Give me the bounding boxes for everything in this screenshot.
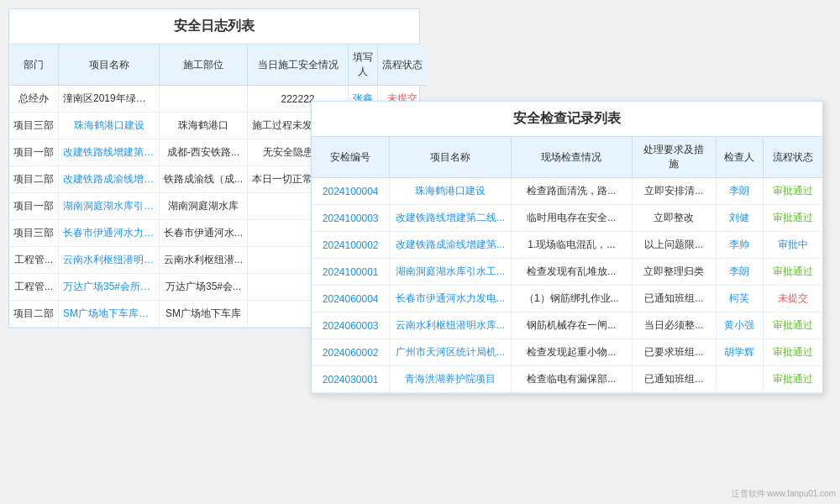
table-cell: 项目三部 (9, 220, 59, 247)
table-cell: 已要求班组... (632, 339, 716, 366)
table-cell[interactable]: 2024060004 (312, 286, 390, 312)
table-cell[interactable]: 改建铁路线增建第二线... (390, 205, 511, 232)
left-panel-title: 安全日志列表 (9, 9, 419, 45)
table-cell: 长春市伊通河水... (160, 220, 248, 247)
table-cell[interactable]: 珠海鹤港口建设 (59, 113, 160, 139)
table-cell[interactable]: 2024100004 (312, 178, 390, 205)
table-cell: 1.现场临电混乱，... (511, 232, 632, 259)
table-cell[interactable]: 胡学辉 (716, 339, 764, 366)
table-cell: 立即整改 (632, 205, 716, 232)
table-cell[interactable]: 改建铁路线增建第二线直... (59, 139, 160, 166)
table-cell: 湖南洞庭湖水库 (160, 193, 248, 220)
table-cell: 项目三部 (9, 113, 59, 139)
table-cell[interactable]: 湖南洞庭湖水库引水工... (390, 259, 511, 286)
table-cell: 立即安排清... (632, 178, 716, 205)
table-cell: 立即整理归类 (632, 259, 716, 286)
table-cell: SM广场地下车库 (160, 301, 248, 328)
table-cell[interactable]: 李帅 (716, 232, 764, 259)
table-cell: 工程管... (9, 274, 59, 301)
right-table-body: 2024100004珠海鹤港口建设检查路面清洗，路...立即安排清...李朗审批… (312, 178, 822, 393)
table-cell[interactable]: 改建铁路成渝线增建第二... (59, 166, 160, 193)
col-writer: 填写人 (349, 45, 378, 86)
table-cell: 潼南区2019年绿化补贴项... (59, 86, 160, 113)
table-cell[interactable]: 2024100002 (312, 232, 390, 259)
table-cell: 珠海鹤港口 (160, 113, 248, 139)
table-cell: 以上问题限... (632, 232, 716, 259)
table-cell[interactable]: 青海洪湖养护院项目 (390, 366, 511, 393)
table-cell: 万达广场35#会... (160, 274, 248, 301)
table-cell[interactable]: 云南水利枢纽潜明水库一... (59, 247, 160, 274)
table-cell (160, 86, 248, 113)
table-cell[interactable]: 2024100003 (312, 205, 390, 232)
table-row: 2024060004长春市伊通河水力发电...（1）钢筋绑扎作业...已通知班组… (312, 286, 822, 312)
table-cell[interactable]: 珠海鹤港口建设 (390, 178, 511, 205)
col-status: 流程状态 (378, 45, 428, 86)
col-situation: 现场检查情况 (511, 137, 632, 178)
table-row: 2024100002改建铁路成渝线增建第...1.现场临电混乱，...以上问题限… (312, 232, 822, 259)
col-status: 流程状态 (764, 137, 822, 178)
right-table-header: 安检编号 项目名称 现场检查情况 处理要求及措施 检查人 流程状态 (312, 137, 822, 178)
table-cell: 检查发现起重小物... (511, 339, 632, 366)
table-row: 2024060002广州市天河区统计局机...检查发现起重小物...已要求班组.… (312, 339, 822, 366)
table-cell: 审批通过 (764, 259, 822, 286)
table-row: 2024100004珠海鹤港口建设检查路面清洗，路...立即安排清...李朗审批… (312, 178, 822, 205)
table-cell[interactable]: SM广场地下车库更换摄... (59, 301, 160, 328)
table-cell: 已通知班组... (632, 366, 716, 393)
table-cell: 临时用电存在安全... (511, 205, 632, 232)
col-project: 项目名称 (390, 137, 511, 178)
col-location: 施工部位 (160, 45, 248, 86)
col-measures: 处理要求及措施 (632, 137, 716, 178)
table-cell[interactable]: 李朗 (716, 178, 764, 205)
col-project: 项目名称 (59, 45, 160, 86)
table-cell[interactable]: 改建铁路成渝线增建第... (390, 232, 511, 259)
table-cell[interactable]: 万达广场35#会所及咖啡... (59, 274, 160, 301)
table-cell[interactable]: 柯芙 (716, 286, 764, 312)
table-cell[interactable]: 刘健 (716, 205, 764, 232)
table-cell: 检查路面清洗，路... (511, 178, 632, 205)
table-cell: 铁路成渝线（成... (160, 166, 248, 193)
col-situation: 当日施工安全情况 (248, 45, 349, 86)
table-cell: 工程管... (9, 247, 59, 274)
table-row: 2024100003改建铁路线增建第二线...临时用电存在安全...立即整改刘健… (312, 205, 822, 232)
left-table-header: 部门 项目名称 施工部位 当日施工安全情况 填写人 流程状态 (9, 45, 427, 86)
right-panel: 安全检查记录列表 安检编号 项目名称 现场检查情况 处理要求及措施 检查人 流程… (311, 101, 823, 394)
table-cell: 云南水利枢纽潜... (160, 247, 248, 274)
table-cell: （1）钢筋绑扎作业... (511, 286, 632, 312)
table-cell: 项目二部 (9, 166, 59, 193)
table-cell: 检查发现有乱堆放... (511, 259, 632, 286)
table-row: 2024100001湖南洞庭湖水库引水工...检查发现有乱堆放...立即整理归类… (312, 259, 822, 286)
table-cell: 未提交 (764, 286, 822, 312)
table-cell: 检查临电有漏保部... (511, 366, 632, 393)
table-cell: 审批通过 (764, 339, 822, 366)
table-cell: 项目一部 (9, 193, 59, 220)
table-cell[interactable]: 李朗 (716, 259, 764, 286)
table-cell (716, 366, 764, 393)
table-cell[interactable]: 湖南洞庭湖水库引水工程... (59, 193, 160, 220)
table-cell: 项目二部 (9, 301, 59, 328)
watermark: 泛普软件 www.fanpu01.com (732, 488, 837, 500)
table-row: 2024060003云南水利枢纽潜明水库...钢筋机械存在一闸...当日必须整.… (312, 312, 822, 339)
table-row: 2024030001青海洪湖养护院项目检查临电有漏保部...已通知班组...审批… (312, 366, 822, 393)
table-cell: 审批通过 (764, 312, 822, 339)
table-cell: 总经办 (9, 86, 59, 113)
table-cell[interactable]: 黄小强 (716, 312, 764, 339)
table-cell[interactable]: 长春市伊通河水力发电... (390, 286, 511, 312)
table-cell: 项目一部 (9, 139, 59, 166)
table-cell: 已通知班组... (632, 286, 716, 312)
table-cell: 当日必须整... (632, 312, 716, 339)
table-cell[interactable]: 2024030001 (312, 366, 390, 393)
table-cell[interactable]: 广州市天河区统计局机... (390, 339, 511, 366)
table-cell[interactable]: 2024060002 (312, 339, 390, 366)
table-cell: 审批中 (764, 232, 822, 259)
table-cell[interactable]: 2024100001 (312, 259, 390, 286)
right-table: 安检编号 项目名称 现场检查情况 处理要求及措施 检查人 流程状态 202410… (312, 137, 822, 393)
col-inspector: 检查人 (716, 137, 764, 178)
table-cell[interactable]: 长春市伊通河水力发电厂... (59, 220, 160, 247)
table-cell[interactable]: 2024060003 (312, 312, 390, 339)
table-cell[interactable]: 云南水利枢纽潜明水库... (390, 312, 511, 339)
table-cell: 审批通过 (764, 178, 822, 205)
table-cell: 审批通过 (764, 366, 822, 393)
table-cell: 审批通过 (764, 205, 822, 232)
col-dept: 部门 (9, 45, 59, 86)
col-id: 安检编号 (312, 137, 390, 178)
